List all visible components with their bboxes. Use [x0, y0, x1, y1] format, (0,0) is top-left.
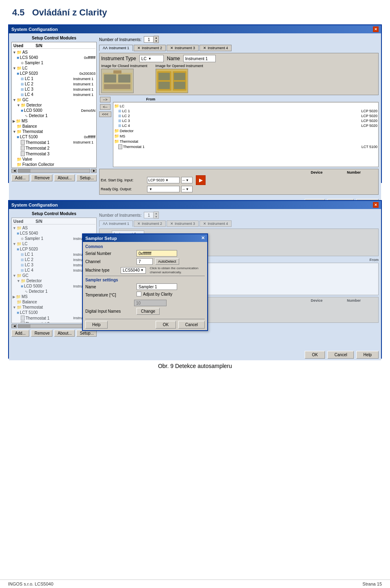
tab-instrument4[interactable]: ✕ Instrument 4	[199, 45, 232, 51]
from-tree-item[interactable]: 📁LC	[114, 103, 377, 109]
dialog1-title: System Configuration	[11, 27, 58, 32]
arrow-lll-btn[interactable]: <<<	[99, 111, 111, 117]
from-tree-item[interactable]: ⊞LC 4LCP 5020	[114, 123, 377, 128]
dialog1-close-button[interactable]: ✕	[373, 26, 379, 32]
detector-1-tree-item[interactable]: ∿Detector 1	[13, 113, 95, 118]
from-tree[interactable]: 📁LC ⊞LC 1LCP 5020 ⊞LC 2LCP 5020 ⊞LC 3LCP…	[113, 102, 379, 167]
add-btn2[interactable]: Add...	[11, 330, 29, 337]
spin-up-btn2[interactable]: ▲	[154, 212, 158, 215]
ext-start-select[interactable]: LCP 5020 ▼	[147, 177, 180, 183]
adjust-checkbox[interactable]	[136, 292, 141, 296]
opened-instrument-label: Image for Opened Instrument	[156, 64, 204, 68]
from-area: --> <-- <<< From 📁LC ⊞LC 1LCP 5020 ⊞LC 2…	[99, 97, 379, 167]
scroll-track2[interactable]	[18, 324, 90, 328]
sampler-ok-cancel: OK Cancel	[156, 321, 205, 329]
scroll-right-btn[interactable]: ▶	[91, 169, 97, 173]
tab2-inst1[interactable]: ΛΛ Instrument 1	[99, 220, 133, 227]
from-tree-item[interactable]: 📁Thermostat	[114, 139, 377, 144]
name-input[interactable]: Instrument 1	[183, 55, 216, 62]
scroll-left-btn2[interactable]: ◀	[11, 324, 17, 328]
tree-scrollbar[interactable]: ◀ ▶	[11, 169, 97, 173]
dialog2-titlebar: System Configuration ✕	[9, 201, 381, 209]
about-button[interactable]: About...	[54, 174, 74, 181]
sampler-help-btn[interactable]: Help	[85, 321, 108, 329]
tree-item[interactable]: ▼📁LC	[13, 65, 95, 71]
channel-input[interactable]: 7	[136, 258, 153, 265]
from-tree-item[interactable]: 📁MS	[114, 133, 377, 139]
inst-type-row: Instrument Type LC ▼ Name Instrument 1	[101, 55, 377, 62]
machine-type-select[interactable]: LCS5040 ▼	[121, 267, 146, 274]
sampler-name-input[interactable]: Sampler 1	[136, 283, 177, 290]
tree-item[interactable]: 📁Valve	[13, 157, 95, 162]
tree-item[interactable]: 📁Capillary	[13, 167, 95, 168]
tree-item[interactable]: ■LCS 50400xffffffff	[13, 55, 95, 60]
change-btn[interactable]: Change	[136, 308, 160, 315]
dialog2-cancel-btn[interactable]: Cancel	[327, 351, 354, 359]
dialog2-close-button[interactable]: ✕	[373, 202, 379, 208]
tab-instrument2[interactable]: ✕ Instrument 2	[134, 45, 166, 51]
tree-item[interactable]: Thermostat 1Instrument 1	[13, 139, 95, 145]
sampler-title: Samplor Setup	[85, 236, 117, 241]
from-tree-item[interactable]: 📁Detector	[114, 128, 377, 133]
opened-instrument-image[interactable]	[156, 69, 188, 93]
ext-start-num-select[interactable]: -- ▼	[181, 177, 193, 183]
tree-item[interactable]: 📁Fraction Collector	[13, 162, 95, 167]
num-instruments-spin2[interactable]: 1 ▲ ▼	[144, 211, 159, 219]
tab2-inst3[interactable]: ✕ Instrument 3	[167, 220, 199, 227]
tree-item[interactable]: ▼📁AS	[13, 225, 95, 231]
num-instruments-spin[interactable]: 1 ▲ ▼	[144, 36, 159, 43]
sampler-close-btn[interactable]: ✕	[201, 235, 205, 241]
from-tree-item[interactable]: ⊞LC 2LCP 5020	[114, 113, 377, 118]
sampler-cancel-btn[interactable]: Cancel	[178, 321, 205, 329]
arrow-left-btn[interactable]: <--	[100, 104, 110, 110]
tree-item[interactable]: ⊞LC 2Instrument 1	[13, 81, 95, 87]
tree-item[interactable]: ■LCD 5000Demo5N	[13, 108, 95, 113]
tree-item[interactable]: ▼📁Thermostat	[13, 129, 95, 134]
fig9-caption: Obr. 9 Detekce autosampleru	[0, 363, 390, 369]
serial-number-input[interactable]: 0xffffffff	[136, 250, 177, 257]
ready-dig-num-select[interactable]: -- ▼	[181, 186, 193, 192]
tree-item[interactable]: ■LCT 51000xffffffff	[13, 134, 95, 139]
spin-down-btn2[interactable]: ▼	[154, 215, 158, 218]
autodetect-btn[interactable]: AutoDetect	[155, 258, 179, 265]
tree-item[interactable]: Thermostat 2	[13, 145, 95, 151]
tab2-inst2[interactable]: ✕ Instrument 2	[134, 220, 166, 227]
sampler-ok-btn[interactable]: OK	[156, 321, 176, 329]
tree-item[interactable]: ▼📁Detector	[13, 102, 95, 108]
tree-item[interactable]: ▼📁AS	[13, 50, 95, 55]
spin-down-btn[interactable]: ▼	[154, 39, 158, 43]
ready-dig-select[interactable]: ▼	[147, 186, 180, 192]
from-tree-item[interactable]: Thermostat 1LCT 5100	[114, 144, 377, 150]
instrument-tabs: ΛΛ Instrument 1 ✕ Instrument 2 ✕ Instrum…	[99, 45, 379, 51]
tree-item[interactable]: ▼📁GC	[13, 97, 95, 102]
tree-item[interactable]: 📁Balance	[13, 124, 95, 129]
arrow-right-btn[interactable]: -->	[100, 97, 110, 102]
add-button[interactable]: Add...	[11, 174, 29, 181]
inst-type-select[interactable]: LC ▼	[139, 55, 164, 62]
nav-arrow-btn[interactable]: ▶	[196, 175, 206, 185]
remove-button[interactable]: Remove	[31, 174, 52, 181]
tab2-label: Instrument 2	[142, 46, 162, 50]
tree-item[interactable]: ⊞LC 3Instrument 1	[13, 87, 95, 92]
remove-btn2[interactable]: Remove	[31, 330, 52, 337]
dialog2-help-btn[interactable]: Help	[356, 351, 379, 359]
spin-up-btn[interactable]: ▲	[154, 36, 158, 39]
scroll-track[interactable]	[18, 169, 90, 173]
from-tree-item[interactable]: ⊞LC 3LCP 5020	[114, 118, 377, 123]
tree-item[interactable]: ⊞LC 1Instrument 1	[13, 76, 95, 81]
scroll-left-btn[interactable]: ◀	[11, 169, 17, 173]
from-tree-item[interactable]: ⊞LC 1LCP 5020	[114, 109, 377, 113]
tab2-inst4[interactable]: ✕ Instrument 4	[199, 220, 232, 227]
dialog1-tree[interactable]: Used S/N ▼📁AS ■LCS 50400xffffffff ⊕Sampl…	[11, 42, 97, 168]
dialog2-ok-btn[interactable]: OK	[305, 351, 325, 359]
tree-item[interactable]: ■LCP 50200x200303	[13, 71, 95, 76]
tree-item[interactable]: Thermostat 3	[13, 151, 95, 157]
setup-button[interactable]: Setup...	[76, 174, 97, 181]
closed-instrument-image[interactable]	[101, 69, 134, 93]
about-btn2[interactable]: About...	[54, 330, 74, 337]
tree-item[interactable]: ▶📁MS	[13, 118, 95, 124]
tree-item[interactable]: ⊕Sampler 1	[13, 60, 95, 65]
tree-item[interactable]: ⊞LC 4Instrument 1	[13, 92, 95, 97]
tab-instrument1[interactable]: ΛΛ Instrument 1	[99, 45, 133, 51]
tab-instrument3[interactable]: ✕ Instrument 3	[167, 45, 199, 51]
